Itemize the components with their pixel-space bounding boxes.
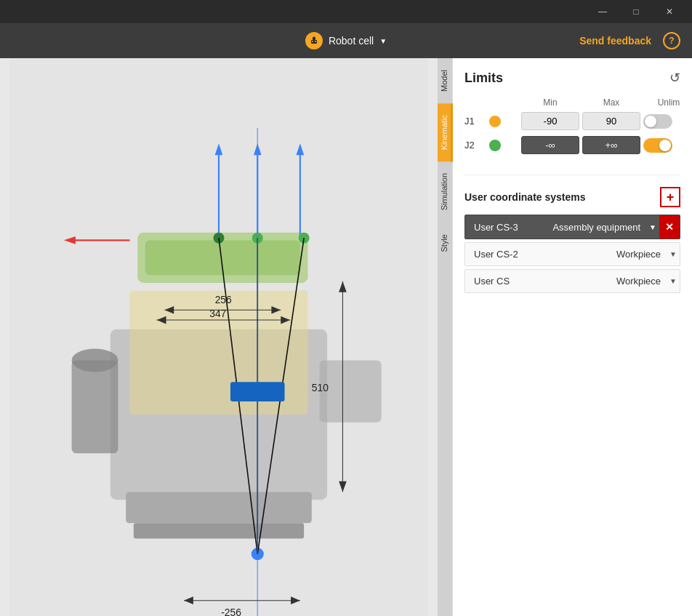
- header-right: Send feedback ?: [579, 32, 680, 49]
- svg-text:-256: -256: [221, 607, 241, 616]
- joint-row-j1: J1 ···: [464, 112, 680, 130]
- cs-3-name: User CS-3: [465, 216, 547, 239]
- col-unlim-header: Unlim: [643, 97, 692, 108]
- svg-rect-44: [230, 382, 285, 401]
- col-min-header: Min: [521, 97, 579, 108]
- maximize-button[interactable]: □: [619, 0, 653, 23]
- tab-model[interactable]: Model: [438, 58, 453, 103]
- joint-row-j2: J2 ···: [464, 136, 680, 154]
- j1-toggle[interactable]: [643, 114, 672, 129]
- ucs-title: User coordinate systems: [464, 191, 586, 203]
- svg-text:256: 256: [215, 294, 232, 305]
- cs-chevron-icon[interactable]: ▼: [667, 271, 680, 291]
- cs-3-close-button[interactable]: ✕: [659, 215, 680, 239]
- svg-rect-10: [72, 360, 118, 453]
- svg-point-2: [312, 41, 313, 42]
- header-dropdown-icon[interactable]: ▼: [379, 37, 387, 45]
- cs-2-chevron-icon[interactable]: ▼: [667, 244, 680, 264]
- j2-label: J2: [464, 140, 486, 151]
- j1-label: J1: [464, 116, 486, 127]
- refresh-button[interactable]: ↺: [669, 70, 680, 86]
- cs-2-type: Workpiece: [611, 243, 667, 265]
- cs-row-user-cs-3[interactable]: User CS-3 Assembly equipment ▼ ✕: [464, 215, 680, 239]
- ucs-header: User coordinate systems +: [464, 187, 680, 207]
- tab-style[interactable]: Style: [438, 223, 453, 263]
- j1-min-input[interactable]: [521, 112, 579, 130]
- cs-type: Workpiece: [611, 270, 667, 292]
- svg-text:510: 510: [312, 382, 329, 393]
- titlebar: — □ ✕: [0, 0, 692, 23]
- cs-row-user-cs[interactable]: User CS Workpiece ▼: [464, 269, 680, 293]
- j1-max-input[interactable]: [582, 112, 640, 130]
- canvas-area: 256 347 510 -256: [0, 58, 438, 616]
- svg-point-11: [72, 348, 118, 372]
- cs-row-user-cs-2[interactable]: User CS-2 Workpiece ▼: [464, 242, 680, 266]
- ucs-section: User coordinate systems + User CS-3 Asse…: [464, 175, 680, 296]
- add-ucs-button[interactable]: +: [660, 187, 680, 207]
- limits-header: Limits ↺: [464, 70, 680, 86]
- cs-name: User CS: [465, 270, 611, 292]
- side-tabs: Model Kinematic Simulation Style: [438, 58, 452, 616]
- robot-icon: [305, 32, 323, 49]
- svg-rect-8: [126, 492, 312, 524]
- right-panel: Limits ↺ Min Max Unlim J1: [452, 58, 692, 616]
- header: Robot cell ▼ Send feedback ?: [0, 23, 692, 58]
- svg-rect-5: [313, 36, 314, 38]
- app-title: Robot cell: [329, 35, 374, 47]
- tab-simulation[interactable]: Simulation: [438, 161, 453, 222]
- cs-3-chevron-icon[interactable]: ▼: [646, 217, 659, 237]
- close-button[interactable]: ✕: [653, 0, 686, 23]
- svg-rect-9: [134, 523, 304, 538]
- j1-dot: [489, 116, 501, 127]
- col-max-header: Max: [582, 97, 640, 108]
- j2-min-input[interactable]: [521, 136, 579, 154]
- limits-table-header: Min Max Unlim: [464, 97, 680, 108]
- j2-toggle[interactable]: [643, 138, 672, 153]
- j2-max-input[interactable]: [582, 136, 640, 154]
- minimize-button[interactable]: —: [586, 0, 619, 23]
- svg-point-3: [315, 41, 316, 42]
- help-button[interactable]: ?: [663, 32, 680, 49]
- send-feedback-button[interactable]: Send feedback: [579, 35, 651, 47]
- robot-visualization: 256 347 510 -256: [0, 58, 438, 616]
- svg-text:347: 347: [209, 308, 226, 319]
- header-center: Robot cell ▼: [305, 32, 387, 49]
- j2-dot: [489, 140, 501, 151]
- svg-rect-12: [319, 360, 381, 422]
- main-layout: 256 347 510 -256 Model: [0, 58, 692, 616]
- cs-3-type: Assembly equipment: [547, 216, 646, 239]
- tab-kinematic[interactable]: Kinematic: [438, 103, 453, 161]
- limits-title: Limits: [464, 71, 503, 86]
- cs-2-name: User CS-2: [465, 243, 611, 265]
